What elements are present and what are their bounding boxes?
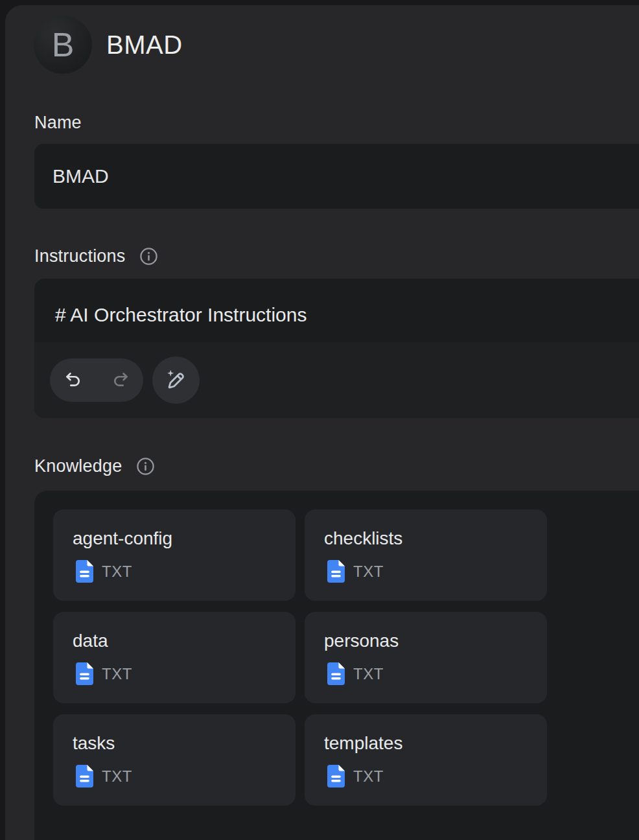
- sparkle-pencil-icon: [165, 368, 187, 393]
- file-type-chip: TXT: [76, 765, 280, 788]
- gem-editor-page: B BMAD Name BMAD Instructions # AI Orche…: [0, 0, 639, 840]
- document-icon: [76, 560, 93, 583]
- document-icon: [327, 560, 345, 583]
- file-type-chip: TXT: [327, 560, 531, 583]
- document-icon: [327, 765, 345, 788]
- file-name: tasks: [73, 732, 280, 754]
- document-icon: [76, 662, 93, 685]
- instructions-label: Instructions: [34, 246, 125, 266]
- avatar: B: [34, 16, 92, 74]
- instructions-editor[interactable]: # AI Orchestrator Instructions: [34, 279, 639, 418]
- file-type-label: TXT: [102, 665, 132, 683]
- knowledge-label: Knowledge: [34, 456, 122, 476]
- file-type-chip: TXT: [327, 765, 531, 788]
- name-input-value: BMAD: [52, 165, 109, 187]
- redo-button[interactable]: [97, 358, 143, 402]
- instructions-label-row: Instructions: [34, 245, 158, 267]
- file-type-chip: TXT: [327, 662, 531, 685]
- file-type-label: TXT: [102, 767, 132, 786]
- file-type-label: TXT: [353, 665, 384, 683]
- page-title: BMAD: [106, 16, 183, 74]
- info-icon[interactable]: [136, 457, 155, 476]
- knowledge-file-card[interactable]: agent-config TXT: [53, 509, 296, 601]
- file-name: agent-config: [73, 528, 280, 550]
- name-label-row: Name: [34, 111, 82, 134]
- document-icon: [76, 765, 93, 788]
- info-icon[interactable]: [139, 247, 158, 266]
- file-name: checklists: [324, 528, 531, 550]
- knowledge-file-card[interactable]: checklists TXT: [305, 509, 547, 601]
- file-type-label: TXT: [102, 563, 132, 581]
- magic-rewrite-button[interactable]: [152, 356, 200, 404]
- document-icon: [327, 662, 345, 685]
- knowledge-file-card[interactable]: personas TXT: [305, 612, 547, 703]
- undo-icon: [64, 369, 84, 391]
- knowledge-file-card[interactable]: templates TXT: [305, 714, 547, 806]
- file-type-chip: TXT: [76, 662, 280, 685]
- knowledge-panel: agent-config TXT checklists: [34, 491, 639, 840]
- file-type-label: TXT: [353, 563, 384, 581]
- knowledge-grid: agent-config TXT checklists: [53, 509, 547, 806]
- name-input[interactable]: BMAD: [34, 144, 639, 209]
- avatar-letter: B: [52, 28, 75, 62]
- redo-icon: [110, 369, 130, 391]
- name-label: Name: [34, 113, 82, 133]
- file-type-label: TXT: [353, 767, 384, 786]
- file-name: data: [73, 630, 280, 652]
- file-type-chip: TXT: [76, 560, 280, 583]
- undo-button[interactable]: [50, 358, 97, 402]
- file-name: personas: [324, 630, 531, 652]
- undo-redo-pill: [50, 358, 143, 402]
- file-name: templates: [324, 732, 531, 754]
- knowledge-file-card[interactable]: tasks TXT: [53, 714, 296, 806]
- instructions-text[interactable]: # AI Orchestrator Instructions: [55, 305, 307, 325]
- knowledge-file-card[interactable]: data TXT: [53, 612, 296, 703]
- knowledge-label-row: Knowledge: [34, 455, 155, 477]
